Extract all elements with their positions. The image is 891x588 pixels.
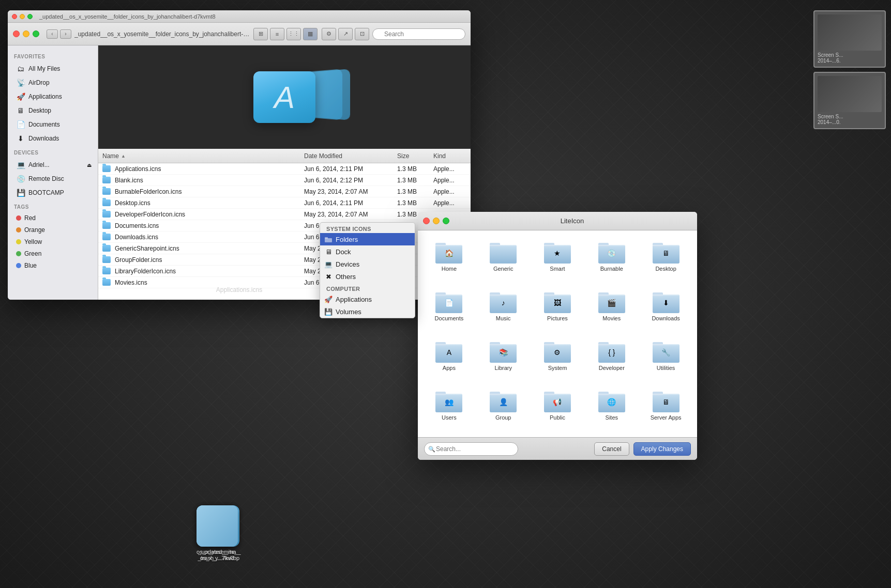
file-name: Documents.icns: [115, 222, 159, 229]
sidebar-item-tag-orange[interactable]: Orange: [10, 224, 96, 236]
cancel-button[interactable]: Cancel: [594, 442, 629, 456]
sort-arrow: ▲: [121, 153, 126, 159]
action-btn[interactable]: ⊡: [355, 28, 369, 40]
dropdown-item-dock[interactable]: 🖥 Dock: [320, 245, 415, 258]
computer-header: COMPUTER: [320, 283, 415, 293]
sidebar-item-tag-blue[interactable]: Blue: [10, 260, 96, 271]
icon-cell-group[interactable]: 👤 Group: [478, 385, 528, 431]
sidebar-item-desktop[interactable]: 🖥 Desktop: [10, 104, 96, 117]
liteicon-search-input[interactable]: [424, 442, 518, 456]
desktop-icon: 🖥: [16, 106, 25, 115]
icon-cell-downloads[interactable]: ⬇ Downloads: [641, 286, 691, 332]
dropdown-item-applications[interactable]: 🚀 Applications: [320, 293, 415, 305]
arrange-btn[interactable]: ⚙: [322, 28, 336, 40]
icon-cell-apps[interactable]: A Apps: [424, 336, 474, 381]
sidebar-item-bootcamp[interactable]: 💾 BOOTCAMP: [10, 186, 96, 199]
screenshot-thumb-1[interactable]: Screen S...2014–...6.: [813, 10, 886, 68]
icon-label-developer: Developer: [599, 365, 625, 371]
file-size: 1.3 MB: [393, 199, 429, 207]
icon-cell-public[interactable]: 📢 Public: [533, 385, 583, 431]
dropdown-item-devices[interactable]: 💻 Devices: [320, 258, 415, 270]
dropdown-item-volumes[interactable]: 💾 Volumes: [320, 305, 415, 318]
sidebar-item-tag-red[interactable]: Red: [10, 212, 96, 224]
file-date: May 23, 2014, 2:07 AM: [300, 188, 393, 195]
eject-icon[interactable]: ⏏: [87, 162, 92, 168]
icon-cell-library[interactable]: 📚 Library: [478, 336, 528, 381]
icon-cell-music[interactable]: ♪ Music: [478, 286, 528, 332]
finder-search-input[interactable]: [372, 28, 465, 40]
maximize-button[interactable]: [33, 30, 39, 37]
sidebar-item-all-my-files[interactable]: 🗂 All My Files: [10, 62, 96, 75]
minimize-button[interactable]: [23, 30, 29, 37]
dropdown-item-folders[interactable]: Folders: [320, 233, 415, 245]
screenshot-thumb-2[interactable]: Screen S...2014–...0.: [813, 72, 886, 129]
col-header-kind[interactable]: Kind: [429, 152, 471, 160]
folder-icon-home: 🏠: [435, 241, 462, 264]
icon-cell-home[interactable]: 🏠 Home: [424, 237, 474, 282]
share-btn[interactable]: ↗: [338, 28, 353, 40]
sidebar-item-remote-disc[interactable]: 💿 Remote Disc: [10, 172, 96, 185]
desktop-item-icon-3: [197, 505, 238, 547]
file-folder-icon: [102, 234, 111, 240]
sidebar-label-desktop: Desktop: [28, 107, 51, 114]
liteicon-minimize[interactable]: [433, 218, 440, 224]
close-button[interactable]: [13, 30, 20, 37]
view-icon-btn[interactable]: ⊞: [253, 28, 268, 40]
file-date: May 23, 2014, 2:07 AM: [300, 211, 393, 218]
dropdown-item-others[interactable]: ✖ Others: [320, 270, 415, 283]
icon-cell-desktop[interactable]: 🖥 Desktop: [641, 237, 691, 282]
liteicon-close[interactable]: [423, 218, 430, 224]
file-name: Blank.icns: [115, 177, 143, 184]
col-header-date[interactable]: Date Modified: [300, 152, 393, 160]
desktop-item-3[interactable]: [197, 505, 238, 549]
icon-cell-system[interactable]: ⚙ System: [533, 336, 583, 381]
back-minimize[interactable]: [20, 14, 25, 19]
screenshot-label-1: Screen S...2014–...6.: [818, 52, 882, 64]
file-kind: Apple...: [429, 188, 471, 195]
icon-cell-utilities[interactable]: 🔧 Utilities: [641, 336, 691, 381]
svg-rect-9: [490, 245, 517, 246]
airdrop-icon: 📡: [16, 78, 25, 87]
file-row[interactable]: Blank.icns Jun 6, 2014, 2:12 PM 1.3 MB A…: [98, 175, 471, 186]
forward-nav-button[interactable]: ›: [60, 29, 71, 39]
sidebar-item-downloads[interactable]: ⬇ Downloads: [10, 132, 96, 145]
back-nav-button[interactable]: ‹: [47, 29, 58, 39]
icon-cell-burnable[interactable]: 💿 Burnable: [586, 237, 637, 282]
back-maximize[interactable]: [27, 14, 33, 19]
svg-rect-49: [490, 344, 517, 345]
view-list-btn[interactable]: ≡: [270, 28, 284, 40]
folder-icon-group: 👤: [490, 390, 517, 412]
icon-cell-developer[interactable]: { } Developer: [586, 336, 637, 381]
sidebar-item-adriel[interactable]: 💻 Adriel... ⏏: [10, 158, 96, 172]
sidebar-item-tag-green[interactable]: Green: [10, 248, 96, 259]
apply-changes-button[interactable]: Apply Changes: [633, 442, 691, 456]
sidebar-item-applications[interactable]: 🚀 Applications: [10, 90, 96, 103]
icon-label-users: Users: [442, 414, 457, 421]
icon-cell-sites[interactable]: 🌐 Sites: [586, 385, 637, 431]
file-row[interactable]: BurnableFolderIcon.icns May 23, 2014, 2:…: [98, 186, 471, 197]
file-row[interactable]: Desktop.icns Jun 6, 2014, 2:11 PM 1.3 MB…: [98, 197, 471, 209]
icon-cell-pictures[interactable]: 🖼 Pictures: [533, 286, 583, 332]
sidebar-item-tag-yellow[interactable]: Yellow: [10, 236, 96, 247]
icon-cell-documents[interactable]: 📄 Documents: [424, 286, 474, 332]
sidebar-item-documents[interactable]: 📄 Documents: [10, 118, 96, 131]
icon-cell-users[interactable]: 👥 Users: [424, 385, 474, 431]
icon-cell-server[interactable]: 🖥 Server Apps: [641, 385, 691, 431]
sidebar-label-all-my-files: All My Files: [28, 65, 60, 72]
file-date: Jun 6, 2014, 2:11 PM: [300, 165, 393, 173]
col-header-size[interactable]: Size: [393, 152, 429, 160]
icon-cell-smart[interactable]: ★ Smart: [533, 237, 583, 282]
folder-icon-sites: 🌐: [598, 390, 625, 412]
file-row[interactable]: Applications.icns Jun 6, 2014, 2:11 PM 1…: [98, 163, 471, 175]
sidebar-item-airdrop[interactable]: 📡 AirDrop: [10, 76, 96, 89]
back-close[interactable]: [12, 14, 17, 19]
icon-cell-generic[interactable]: Generic: [478, 237, 528, 282]
file-row[interactable]: DeveloperFolderIcon.icns May 23, 2014, 2…: [98, 209, 471, 220]
liteicon-maximize[interactable]: [443, 218, 449, 224]
view-column-btn[interactable]: ⋮⋮: [286, 28, 301, 40]
folder-svg-generic: [490, 241, 517, 264]
icon-cell-movies[interactable]: 🎬 Movies: [586, 286, 637, 332]
view-cover-btn[interactable]: ▦: [303, 28, 318, 40]
col-header-name[interactable]: Name ▲: [98, 152, 300, 160]
sidebar-label-adriel: Adriel...: [28, 161, 50, 168]
